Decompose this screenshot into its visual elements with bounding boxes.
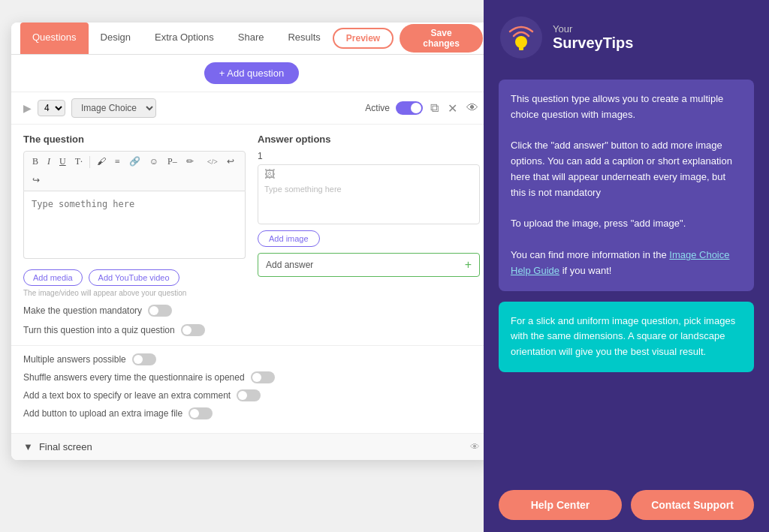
tip-box-1: This question type allows you to create … [499,80,754,291]
italic-button[interactable]: I [45,155,53,169]
logo-icon [499,15,544,60]
final-screen-label: Final screen [39,441,92,452]
shuffle-row: Shuffle answers every time the questionn… [23,371,480,383]
rich-text-toolbar: B I U T· 🖌 ≡ 🔗 ☺ P– ✏ </> ↩ ↪ [23,151,246,191]
tips-panel: Your SurveyTips This question type allow… [484,0,769,532]
bold-button[interactable]: B [30,155,41,169]
multiple-answers-toggle[interactable] [132,353,156,365]
add-answer-button[interactable]: Add answer + [258,253,480,277]
paragraph-button[interactable]: P– [165,155,179,169]
mandatory-label: Make the question mandatory [23,305,142,316]
code-button[interactable]: </> [205,156,220,167]
text-box-toggle[interactable] [237,389,261,401]
svg-rect-2 [519,47,523,50]
toolbar-divider-1 [89,156,90,168]
active-label: Active [365,103,390,113]
tip5-text: For a slick and uniform image question, … [511,314,742,360]
tip-box-2: For a slick and uniform image question, … [499,302,754,372]
help-center-button[interactable]: Help Center [499,490,622,520]
eye-icon-button[interactable]: 👁 [465,100,480,116]
undo-button[interactable]: ↩ [225,155,237,169]
contact-support-button[interactable]: Contact Support [631,490,754,520]
brush-button[interactable]: ✏ [184,155,196,169]
emoji-button[interactable]: ☺ [147,155,161,169]
tab-design[interactable]: Design [89,23,143,54]
mandatory-row: Make the question mandatory [23,305,246,317]
question-toolbar: ▶ 4 Image Choice Active ⧉ ✕ 👁 [11,92,492,125]
quiz-label: Turn this question into a quiz question [23,325,175,335]
editor-panel: Questions Design Extra Options Share Res… [11,23,492,460]
chevron-icon: ▼ [23,441,33,452]
underline-button[interactable]: U [57,155,68,169]
answer-box-1: 🖼 Type something here [258,164,480,224]
answer-section-label: Answer options [258,134,480,145]
plus-icon: + [465,258,472,272]
tips-header: Your SurveyTips [484,0,769,68]
add-question-bar: + Add question [11,55,492,92]
tip3-text: To upload the image, press "add image". [511,216,742,232]
tip2-text: Click the "add answer" button to add mor… [511,138,742,200]
logo-text: Your SurveyTips [553,23,633,52]
tip1-text: This question type allows you to create … [511,92,742,123]
copy-icon-button[interactable]: ⧉ [429,100,440,116]
tab-extra-options[interactable]: Extra Options [143,23,226,54]
right-column: Answer options 1 🖼 Type something here A… [258,134,480,336]
question-number-select[interactable]: 4 [38,100,65,116]
add-media-button[interactable]: Add media [23,269,83,286]
link-button[interactable]: 🔗 [127,155,143,169]
tabs-actions: Preview Save changes [333,24,483,53]
expand-icon[interactable]: ▶ [23,102,32,114]
quiz-row: Turn this question into a quiz question [23,324,246,336]
tab-share[interactable]: Share [226,23,276,54]
save-button[interactable]: Save changes [400,24,483,53]
final-screen-eye-icon[interactable]: 👁 [470,441,480,452]
add-image-button[interactable]: Add image [258,230,320,247]
add-youtube-button[interactable]: Add YouTube video [89,269,179,286]
align-button[interactable]: ≡ [113,155,122,169]
final-screen-row[interactable]: ▼ Final screen 👁 [11,433,492,460]
content-area: The question B I U T· 🖌 ≡ 🔗 ☺ P– ✏ </> ↩… [11,125,492,345]
question-number-control: 4 [38,100,65,116]
paint-button[interactable]: 🖌 [95,155,108,169]
quiz-toggle[interactable] [181,324,205,336]
add-question-button[interactable]: + Add question [204,62,299,84]
tab-questions[interactable]: Questions [20,23,89,54]
tips-footer: Help Center Contact Support [484,478,769,532]
question-toolbar-right: Active ⧉ ✕ 👁 [365,100,480,117]
svg-point-1 [515,36,527,48]
tips-content: This question type allows you to create … [484,68,769,478]
media-buttons: Add media Add YouTube video [23,269,246,286]
media-hint: The image/video will appear above your q… [23,289,246,297]
text-box-label: Add a text box to specify or leave an ex… [23,390,231,401]
shuffle-toggle[interactable] [251,371,275,383]
question-text-input[interactable] [23,191,246,259]
tab-results[interactable]: Results [276,23,332,54]
upload-row: Add button to upload an extra image file [23,407,480,419]
preview-button[interactable]: Preview [333,28,394,49]
answer-number: 1 [258,151,480,161]
text-color-button[interactable]: T· [73,155,85,169]
question-type-select[interactable]: Image Choice [71,98,156,118]
answer-text-placeholder: Type something here [264,185,473,194]
left-column: The question B I U T· 🖌 ≡ 🔗 ☺ P– ✏ </> ↩… [23,134,246,336]
shuffle-label: Shuffle answers every time the questionn… [23,372,245,383]
add-answer-label: Add answer [266,260,313,270]
upload-toggle[interactable] [188,407,213,419]
redo-button[interactable]: ↪ [30,173,42,188]
tip4-text: You can find more information in the Ima… [511,248,742,279]
help-guide-link[interactable]: Image Choice Help Guide [511,249,729,276]
multiple-answers-row: Multiple answers possible [23,353,480,365]
active-toggle[interactable] [396,101,423,115]
multiple-answers-label: Multiple answers possible [23,354,126,365]
options-section: Multiple answers possible Shuffle answer… [11,345,492,433]
text-box-row: Add a text box to specify or leave an ex… [23,389,480,401]
answer-image-icon: 🖼 [264,168,473,180]
upload-label: Add button to upload an extra image file [23,408,182,419]
close-icon-button[interactable]: ✕ [446,100,459,117]
mandatory-toggle[interactable] [148,305,172,317]
question-section-label: The question [23,134,246,145]
tabs-bar: Questions Design Extra Options Share Res… [11,23,492,55]
